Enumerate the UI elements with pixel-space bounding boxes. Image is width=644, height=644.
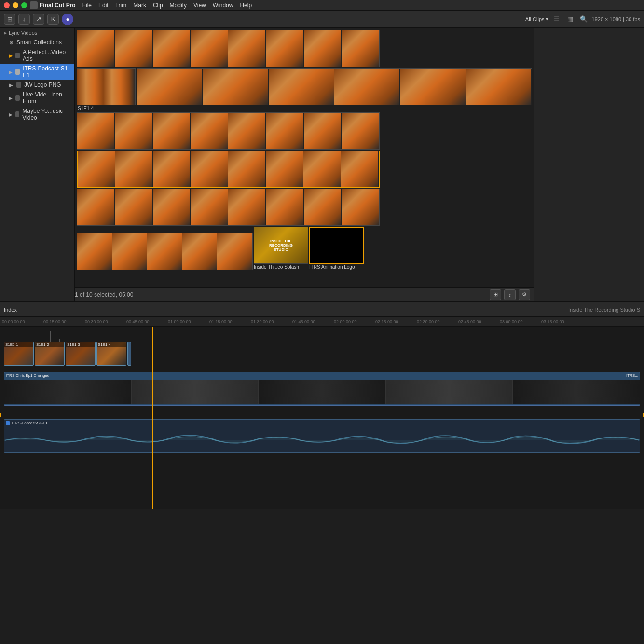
sidebar-item-jw-logo[interactable]: ▶ JW Logo PNG [0, 80, 74, 90]
compound-clip-label: ITRS Chris Ep1 Changed [6, 373, 49, 378]
menu-trim[interactable]: Trim [115, 2, 127, 9]
inspector-panel [534, 28, 644, 301]
frame [400, 69, 466, 105]
clip-row-1 [77, 30, 532, 67]
frame [77, 30, 115, 67]
clip-row-3 [77, 112, 532, 150]
logo-clip-label: ITRS Animation Logo [309, 264, 364, 270]
audio-track-label: ITRS-Podcast-S1-E1 [12, 421, 48, 425]
frame [115, 113, 152, 150]
list-view-button[interactable]: ☰ [551, 14, 562, 24]
frame [137, 69, 203, 105]
timeline-content[interactable]: S1E1-1 S1E1-2 S1E1-3 S1E1-4 [0, 327, 644, 509]
frame [266, 189, 303, 226]
timeline-clip-s1e1-4[interactable]: S1E1-4 [96, 342, 126, 366]
frame [342, 113, 379, 150]
search-button[interactable]: 🔍 [578, 14, 589, 24]
filmstrip-row-6a[interactable] [77, 233, 253, 270]
frame [191, 189, 228, 226]
frame [77, 189, 115, 226]
menu-mark[interactable]: Mark [133, 2, 146, 9]
menu-view[interactable]: View [193, 2, 206, 9]
libraries-button[interactable]: ⊞ [4, 14, 15, 25]
timeline-clip-s1e1-2[interactable]: S1E1-2 [35, 342, 65, 366]
filmstrip-row-4-selected[interactable] [77, 151, 380, 188]
filter-status-btn[interactable]: ⚙ [519, 289, 530, 300]
frame [266, 30, 303, 67]
frame [153, 151, 191, 188]
folder-icon-3: ▶ [8, 95, 14, 101]
sort-btn[interactable]: ↕ [504, 289, 516, 300]
folder-icon-2: ▶ [8, 82, 14, 88]
filmstrip-row-1[interactable] [77, 30, 380, 67]
timeline-clip-extra[interactable] [127, 342, 131, 366]
filmstrip-row-5[interactable] [77, 189, 380, 226]
menu-clip[interactable]: Clip [153, 2, 163, 9]
timeline-ruler: 00:00:00:00 00:15:00:00 00:30:00:00 00:4… [0, 317, 644, 327]
minimize-button[interactable] [13, 2, 18, 8]
filmstrip-row-2b[interactable] [137, 68, 532, 105]
ruler-mark-0: 00:00:00:00 [2, 319, 25, 324]
app-logo: Final Cut Pro [30, 1, 76, 9]
import-button[interactable]: ↓ [18, 14, 30, 25]
menu-modify[interactable]: Modify [170, 2, 187, 9]
timeline-header: Index Inside The Recording Studio S [0, 302, 644, 317]
frame [228, 189, 266, 226]
all-clips-filter[interactable]: All Clips ▾ [525, 16, 548, 22]
frame [182, 233, 218, 270]
sidebar-item-live-video[interactable]: ▶ Live Vide...leen From [0, 90, 74, 106]
frame [341, 151, 379, 188]
resolution-label: 1920 × 1080 | 30 fps [592, 16, 640, 22]
frame [466, 69, 532, 105]
close-button[interactable] [4, 2, 10, 8]
sidebar-item-itrs-podcast[interactable]: ▶ ITRS-Podcast-S1-E1 [0, 64, 74, 80]
timeline-track-1: S1E1-1 S1E1-2 S1E1-3 S1E1-4 [0, 327, 644, 370]
clip-status: 1 of 10 selected, 05:00 [75, 291, 133, 298]
frame [78, 151, 115, 188]
browser-area: S1E1-4 [75, 28, 534, 301]
timeline-clip-s1e1-1[interactable]: S1E1-1 [4, 342, 34, 366]
filmstrip-view-button[interactable]: ▦ [565, 14, 575, 24]
frame [266, 113, 303, 150]
menu-window[interactable]: Window [213, 2, 233, 9]
frame [115, 30, 152, 67]
main-layout: ▶ Lyric Videos ⚙ Smart Collections ▶ A P… [0, 28, 644, 301]
clip-s1e1-4-thumb[interactable] [77, 68, 136, 105]
keyword-button[interactable]: K [47, 14, 59, 25]
frame [228, 151, 266, 188]
share-button[interactable]: ↗ [33, 14, 44, 25]
title-bar: Final Cut Pro File Edit Trim Mark Clip M… [0, 0, 644, 11]
frame [77, 69, 135, 105]
sidebar-header: ▶ Lyric Videos [0, 28, 74, 38]
timeline-clip-s1e1-3[interactable]: S1E1-3 [66, 342, 96, 366]
frame [342, 30, 379, 67]
ruler-mark-1: 00:15:00:00 [43, 319, 67, 324]
fullscreen-button[interactable] [21, 2, 27, 8]
sidebar-item-smart-collections[interactable]: ⚙ Smart Collections [0, 38, 74, 47]
filmstrip-row-3[interactable] [77, 112, 380, 150]
status-right: ⊞ ↕ ⚙ [490, 289, 530, 300]
sidebar-item-music-video[interactable]: ▶ Maybe Yo...usic Video [0, 106, 74, 123]
inside-the-splash-clip[interactable]: INSIDE THERECORDINGSTUDIO [254, 227, 308, 264]
record-button[interactable]: ● [62, 14, 73, 25]
menu-file[interactable]: File [82, 2, 92, 9]
sidebar-item-video-ads[interactable]: ▶ A Perfect...Video Ads [0, 47, 74, 64]
sidebar: ▶ Lyric Videos ⚙ Smart Collections ▶ A P… [0, 28, 75, 301]
clips-grid[interactable]: S1E1-4 [75, 28, 534, 287]
menu-edit[interactable]: Edit [98, 2, 109, 9]
frame [217, 233, 252, 270]
fcp-icon [30, 1, 38, 9]
itrs-animation-logo-clip[interactable] [309, 227, 364, 264]
ruler-mark-11: 02:45:00:00 [458, 319, 481, 324]
timeline-header-left: Index [4, 307, 17, 313]
clip-row-2: S1E1-4 [77, 68, 532, 111]
playhead[interactable] [152, 327, 153, 509]
menu-help[interactable]: Help [240, 2, 252, 9]
frame [228, 113, 266, 150]
index-label[interactable]: Index [4, 307, 17, 313]
clip-row-5 [77, 189, 532, 226]
frame [153, 189, 191, 226]
frame [147, 233, 182, 270]
frame [153, 30, 191, 67]
view-toggle-btn[interactable]: ⊞ [490, 289, 501, 300]
